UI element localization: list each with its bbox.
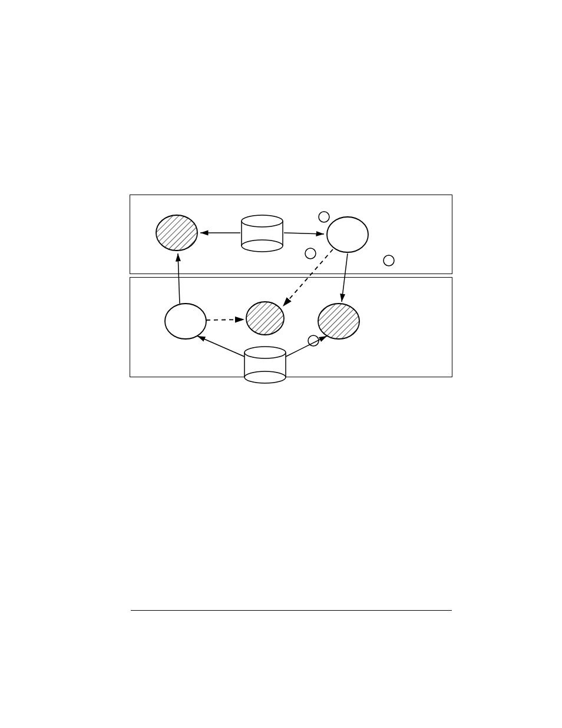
top-cylinder [242,215,283,252]
top-right-node [327,217,368,252]
small-circle-2 [305,248,316,259]
arrow-bottom-cyl-to-left [197,336,244,357]
svg-point-7 [244,371,286,383]
diagram-svg [130,195,454,395]
svg-point-5 [242,215,283,227]
bottom-left-node [165,304,206,339]
horizontal-rule [131,610,452,611]
bottom-center-node [246,302,284,335]
system-diagram [130,195,454,395]
bottom-right-node [318,304,359,339]
arrow-bottom-cyl-to-right [286,336,327,357]
arrow-top-cyl-to-right [284,233,324,234]
svg-point-10 [244,347,286,358]
small-circle-3 [384,255,394,266]
bottom-cylinder [244,347,286,383]
svg-point-2 [242,240,283,252]
arrow-bottom-left-to-top-left [178,253,180,304]
arrow-top-right-to-bottom-right [342,253,348,302]
small-circle-1 [319,212,329,222]
top-left-node [156,215,197,251]
arrow-bottom-left-to-center-dashed [206,319,244,320]
